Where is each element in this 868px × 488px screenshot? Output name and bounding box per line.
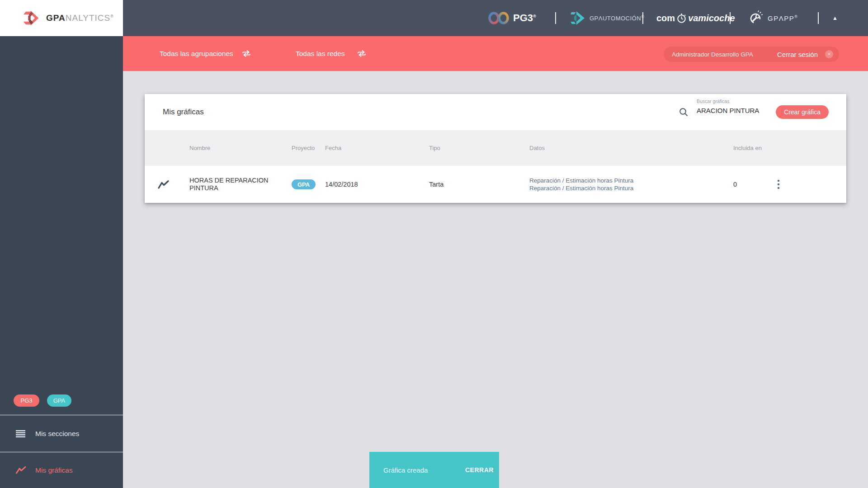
- row-chart-icon: [158, 180, 169, 189]
- create-chart-button[interactable]: Crear gráfica: [776, 105, 829, 119]
- main-card: Mis gráficas Buscar gráficas ARACION PIN…: [145, 94, 846, 203]
- sidebar-badges: PG3 GPA: [0, 394, 123, 407]
- logout-close-icon[interactable]: ✕: [825, 50, 833, 58]
- gpapp-label: GPΛPP®: [768, 14, 798, 22]
- user-name: Administrador Desarrollo GPA: [672, 47, 753, 62]
- brand-wordmark: GPANALYTICS®: [46, 13, 114, 23]
- networks-filter[interactable]: Todas las redes: [296, 36, 345, 71]
- column-header-tipo: Tipo: [429, 130, 440, 166]
- table-row[interactable]: HORAS DE REPARACION PINTURA GPA 14/02/20…: [145, 166, 846, 203]
- toast: Gráfica creada CERRAR: [369, 452, 499, 488]
- divider: [642, 12, 643, 24]
- wrench-icon: [749, 10, 763, 26]
- swap-groupings-button[interactable]: [241, 49, 251, 59]
- row-date: 14/02/2018: [325, 166, 358, 203]
- column-header-datos: Datos: [529, 130, 545, 166]
- vamicoche-label: vamicoche: [688, 13, 735, 23]
- brand-reg: ®: [110, 14, 114, 19]
- page-title: Mis gráficas: [163, 94, 204, 130]
- kebab-icon: [777, 179, 780, 189]
- swap-icon: [241, 49, 251, 58]
- pg3-label: PG3®: [513, 12, 536, 24]
- collapse-arrow-icon: ▲: [832, 15, 838, 21]
- user-session-pill: Administrador Desarrollo GPA Cerrar sesi…: [664, 47, 839, 62]
- row-type: Tarta: [429, 166, 443, 203]
- column-header-fecha: Fecha: [325, 130, 341, 166]
- row-menu-button[interactable]: [773, 166, 784, 203]
- search-input[interactable]: Buscar gráficas ARACION PINTURA: [697, 99, 755, 115]
- divider: [818, 12, 819, 24]
- collapse-header-button[interactable]: ▲: [828, 0, 842, 36]
- divider: [730, 12, 731, 24]
- toast-message: Gráfica creada: [383, 452, 428, 488]
- row-name: HORAS DE REPARACION PINTURA: [189, 177, 271, 192]
- sidebar-item-secciones[interactable]: Mis secciones: [0, 415, 123, 452]
- sidebar-item-label: Mis secciones: [35, 430, 79, 438]
- swap-icon: [357, 49, 367, 58]
- groupings-filter[interactable]: Todas las agrupaciones: [160, 36, 233, 71]
- brand-nalytics: NALYTICS: [66, 13, 111, 23]
- sidebar-badge-pg3[interactable]: PG3: [14, 394, 39, 407]
- gpautomocion-label: GPΛUTOMOCIÓN®: [590, 14, 644, 22]
- row-included-count: 0: [733, 166, 737, 203]
- table-header: Nombre Proyecto Fecha Tipo Datos Incluid…: [145, 130, 846, 166]
- toast-close-button[interactable]: CERRAR: [465, 452, 494, 488]
- line-chart-icon: [16, 466, 26, 474]
- filter-bar: Todas las agrupaciones Todas las redes A…: [123, 36, 868, 71]
- divider: [555, 12, 556, 24]
- column-header-proyecto: Proyecto: [292, 130, 315, 166]
- sidebar-item-label: Mis gráficas: [35, 466, 73, 474]
- logout-button[interactable]: Cerrar sesión: [777, 47, 818, 62]
- project-badge: GPA: [292, 179, 316, 189]
- search-icon: [679, 108, 689, 117]
- gpautomocion-logo[interactable]: GPΛUTOMOCIÓN®: [571, 0, 644, 36]
- groupings-label: Todas las agrupaciones: [160, 50, 233, 58]
- clock-icon: [676, 13, 687, 23]
- menu-icon: [16, 430, 26, 437]
- com-label: com: [656, 13, 675, 23]
- row-data-line: Reparación / Estimación horas Pintura: [529, 177, 633, 184]
- card-header: Mis gráficas Buscar gráficas ARACION PIN…: [145, 94, 846, 130]
- gpapp-logo[interactable]: GPΛPP®: [749, 0, 798, 36]
- column-header-incluida: Incluida en: [733, 130, 762, 166]
- infinity-icon: [488, 11, 509, 25]
- networks-label: Todas las redes: [296, 50, 345, 58]
- swap-networks-button[interactable]: [357, 49, 367, 59]
- teal-arrow-icon: [571, 10, 586, 26]
- brand-logo[interactable]: GPANALYTICS®: [0, 0, 123, 36]
- column-header-nombre: Nombre: [189, 130, 210, 166]
- comovamicoche-logo[interactable]: com vamicoche: [656, 0, 735, 36]
- search-label: Buscar gráficas: [697, 99, 755, 104]
- top-header: GPANALYTICS® PG3® GPΛUTOMOCIÓN®: [0, 0, 868, 36]
- sidebar-item-graficas[interactable]: Mis gráficas: [0, 452, 123, 488]
- search-value: ARACION PINTURA: [697, 107, 759, 114]
- sidebar-badge-gpa[interactable]: GPA: [47, 394, 71, 407]
- gpa-arrow-icon: [23, 8, 43, 28]
- row-data-line: Reparación / Estimación horas Pintura: [529, 184, 633, 192]
- brand-gpa: GPA: [46, 13, 66, 23]
- row-data: Reparación / Estimación horas Pintura Re…: [529, 177, 633, 192]
- pg3-logo[interactable]: PG3®: [488, 0, 536, 36]
- sidebar: PG3 GPA Mis secciones Mis gráficas: [0, 36, 123, 488]
